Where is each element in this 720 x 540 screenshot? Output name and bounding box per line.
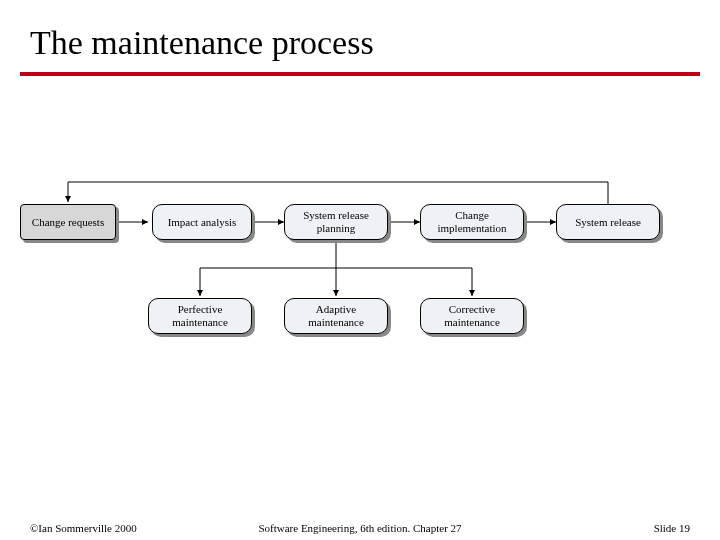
node-label: Perfective maintenance bbox=[148, 298, 252, 334]
node-corrective-maintenance: Corrective maintenance bbox=[420, 298, 524, 334]
node-label: Impact analysis bbox=[152, 204, 252, 240]
node-label: Change requests bbox=[20, 204, 116, 240]
node-change-implementation: Change implementation bbox=[420, 204, 524, 240]
node-impact-analysis: Impact analysis bbox=[152, 204, 252, 240]
node-label: Change implementation bbox=[420, 204, 524, 240]
footer-center: Software Engineering, 6th edition. Chapt… bbox=[0, 522, 720, 534]
title-underline bbox=[20, 72, 700, 76]
node-system-release: System release bbox=[556, 204, 660, 240]
node-label: System release planning bbox=[284, 204, 388, 240]
node-label: Corrective maintenance bbox=[420, 298, 524, 334]
process-diagram: Change requests Impact analysis System r… bbox=[20, 178, 700, 398]
slide-title: The maintenance process bbox=[30, 24, 374, 62]
node-change-requests: Change requests bbox=[20, 204, 116, 240]
node-label: Adaptive maintenance bbox=[284, 298, 388, 334]
node-perfective-maintenance: Perfective maintenance bbox=[148, 298, 252, 334]
node-release-planning: System release planning bbox=[284, 204, 388, 240]
footer-slide-number: Slide 19 bbox=[654, 522, 690, 534]
node-adaptive-maintenance: Adaptive maintenance bbox=[284, 298, 388, 334]
node-label: System release bbox=[556, 204, 660, 240]
